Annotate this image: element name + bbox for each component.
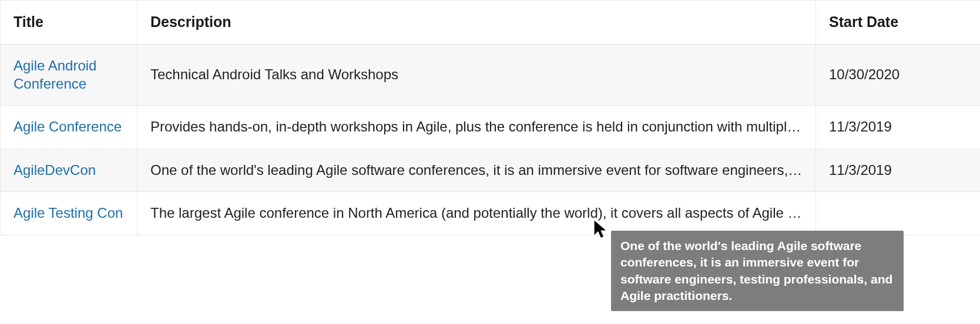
events-table: Title Description Start Date Agile Andro…: [0, 0, 980, 235]
table-row: Agile Android Conference Technical Andro…: [1, 44, 981, 106]
event-title-link[interactable]: Agile Android Conference: [14, 56, 124, 93]
table-header-row: Title Description Start Date: [1, 1, 981, 45]
table-row: AgileDevCon One of the world's leading A…: [1, 148, 981, 191]
event-description: One of the world's leading Agile softwar…: [137, 148, 816, 191]
event-description: The largest Agile conference in North Am…: [137, 192, 816, 235]
event-title-link[interactable]: Agile Testing Con: [14, 204, 123, 222]
event-description: Technical Android Talks and Workshops: [137, 44, 816, 106]
event-start-date: [816, 192, 981, 235]
column-header-start-date[interactable]: Start Date: [816, 1, 981, 45]
table-row: Agile Conference Provides hands-on, in-d…: [1, 106, 981, 148]
event-start-date: 11/3/2019: [816, 148, 981, 191]
table-row: Agile Testing Con The largest Agile conf…: [1, 192, 981, 235]
event-start-date: 11/3/2019: [816, 106, 981, 148]
event-title-link[interactable]: Agile Conference: [14, 117, 122, 136]
column-header-title[interactable]: Title: [1, 1, 137, 45]
event-start-date: 10/30/2020: [816, 44, 981, 106]
event-title-link[interactable]: AgileDevCon: [14, 161, 96, 179]
column-header-description[interactable]: Description: [137, 1, 816, 45]
event-description: Provides hands-on, in-depth workshops in…: [137, 106, 816, 148]
description-tooltip: One of the world's leading Agile softwar…: [611, 231, 904, 311]
